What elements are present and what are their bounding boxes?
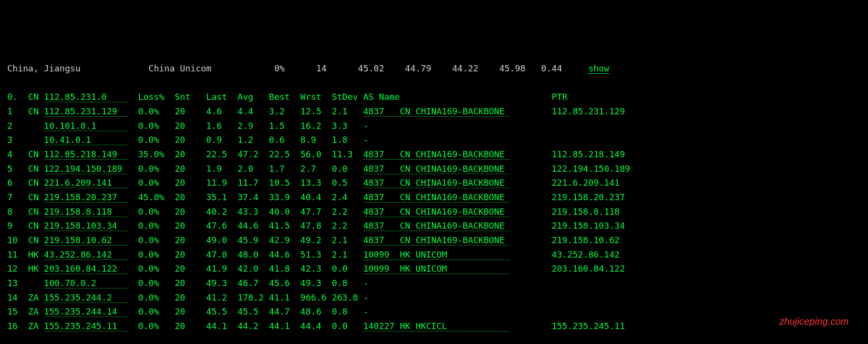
show-link[interactable]: show — [588, 63, 609, 73]
asn-cell[interactable]: 4837 CN CHINA169-BACKBONE — [363, 206, 510, 217]
asn-cell[interactable]: 10099 HK UNICOM — [363, 249, 510, 260]
ptr-cell: 221.6.209.141 — [552, 178, 620, 188]
hop-row: 2 10.101.0.1 0.0% 20 1.6 2.9 1.5 16.2 3.… — [7, 119, 861, 133]
ip-cell[interactable]: 219.158.20.237 — [44, 192, 128, 202]
ip-cell[interactable]: 219.158.8.118 — [44, 206, 128, 217]
summary-row: China, Jiangsu China Unicom 0% 14 45.02 … — [7, 63, 609, 73]
asn-cell[interactable]: 10099 HK UNICOM — [363, 263, 510, 274]
ptr-cell: 219.158.103.34 — [552, 220, 625, 231]
asn-cell[interactable]: 140227 HK HKCICL — [363, 321, 510, 331]
hop-row: 12 HK 203.160.84.122 0.0% 20 41.9 42.0 4… — [7, 261, 861, 276]
asn-cell[interactable]: 4837 CN CHINA169-BACKBONE — [363, 106, 510, 116]
hop-row: 3 10.41.0.1 0.0% 20 0.9 1.2 0.6 8.9 1.8 … — [7, 133, 861, 147]
ip-cell[interactable]: 43.252.86.142 — [44, 249, 128, 260]
ptr-cell: 112.85.231.129 — [552, 106, 625, 116]
hop-row: 8 CN 219.158.8.118 0.0% 20 40.2 43.3 40.… — [7, 205, 861, 219]
ip-cell[interactable]: 221.6.209.141 — [44, 178, 128, 188]
hop-row: 5 CN 122.194.150.189 0.0% 20 1.9 2.0 1.7… — [7, 162, 861, 176]
ptr-cell: 203.160.84.122 — [552, 263, 625, 274]
ip-header: 112.85.231.0 — [44, 92, 128, 102]
hop-row: 16 ZA 155.235.245.11 0.0% 20 44.1 44.2 4… — [7, 319, 861, 333]
ptr-cell: 219.158.10.62 — [552, 235, 620, 245]
hop-row: 1 CN 112.85.231.129 0.0% 20 4.6 4.4 3.2 … — [7, 104, 861, 119]
ptr-cell: 43.252.86.142 — [552, 249, 620, 260]
hop-row: 13 100.70.0.2 0.0% 20 49.3 46.7 45.6 49.… — [7, 276, 861, 290]
hop-row: 9 CN 219.158.103.34 0.0% 20 47.6 44.6 41… — [7, 219, 861, 233]
ptr-cell: 112.85.218.149 — [552, 149, 625, 159]
ip-cell[interactable]: 219.158.103.34 — [44, 220, 128, 231]
ptr-cell: 155.235.245.11 — [552, 321, 625, 331]
asn-cell[interactable]: 4837 CN CHINA169-BACKBONE — [363, 220, 510, 231]
ptr-cell: 219.158.8.118 — [552, 206, 620, 217]
ip-cell[interactable]: 155.235.244.14 — [44, 306, 128, 316]
asn-cell[interactable]: 4837 CN CHINA169-BACKBONE — [363, 164, 510, 174]
ip-cell[interactable]: 10.41.0.1 — [44, 135, 128, 145]
hop-row: 4 CN 112.85.218.149 35.0% 20 22.5 47.2 2… — [7, 147, 861, 162]
ip-cell[interactable]: 122.194.150.189 — [44, 164, 128, 174]
hop-row: 10 CN 219.158.10.62 0.0% 20 49.0 45.9 42… — [7, 233, 861, 248]
hop-row: 14 ZA 155.235.244.2 0.0% 20 41.2 178.2 4… — [7, 290, 861, 305]
ip-cell[interactable]: 100.70.0.2 — [44, 278, 128, 288]
asn-cell[interactable]: 4837 CN CHINA169-BACKBONE — [363, 192, 510, 202]
ip-cell[interactable]: 155.235.245.11 — [44, 321, 128, 331]
ip-cell[interactable]: 219.158.10.62 — [44, 235, 128, 245]
asn-cell[interactable]: 4837 CN CHINA169-BACKBONE — [363, 178, 510, 188]
ip-cell[interactable]: 112.85.218.149 — [44, 149, 128, 159]
hop-row: 15 ZA 155.235.244.14 0.0% 20 45.5 45.5 4… — [7, 304, 861, 319]
ip-cell[interactable]: 10.101.0.1 — [44, 121, 128, 131]
column-header-row: 0. CN 112.85.231.0 Loss% Snt Last Avg Be… — [7, 90, 861, 104]
asn-cell[interactable]: 4837 CN CHINA169-BACKBONE — [363, 235, 510, 245]
ptr-cell: 219.158.20.237 — [552, 192, 625, 202]
hop-row: 11 HK 43.252.86.142 0.0% 20 47.0 48.0 44… — [7, 248, 861, 262]
asn-cell[interactable]: 4837 CN CHINA169-BACKBONE — [363, 149, 510, 159]
hop-row: 7 CN 219.158.20.237 45.0% 20 35.1 37.4 3… — [7, 190, 861, 205]
ip-cell[interactable]: 203.160.84.122 — [44, 263, 128, 274]
ptr-cell: 122.194.150.189 — [552, 164, 630, 174]
ip-cell[interactable]: 155.235.244.2 — [44, 292, 128, 303]
ip-cell[interactable]: 112.85.231.129 — [44, 106, 128, 116]
hop-row: 6 CN 221.6.209.141 0.0% 20 11.9 11.7 10.… — [7, 176, 861, 190]
